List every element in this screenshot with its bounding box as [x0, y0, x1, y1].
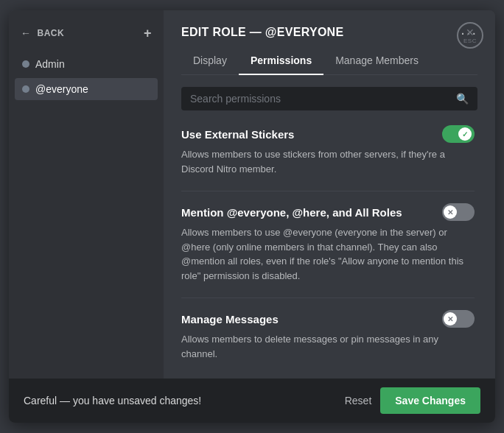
tab-permissions[interactable]: Permissions [239, 49, 323, 75]
right-panel: EDIT ROLE — @EVERYONE ··· Display Permis… [164, 10, 495, 379]
x-icon: ✕ [447, 315, 453, 323]
save-changes-button[interactable]: Save Changes [380, 387, 480, 414]
bottom-actions: Reset Save Changes [345, 387, 480, 414]
reset-button[interactable]: Reset [345, 395, 372, 406]
search-box[interactable]: 🔍 [181, 87, 477, 110]
tabs-bar: Display Permissions Manage Members [181, 49, 477, 75]
permission-description: Allows members to use stickers from othe… [181, 147, 475, 176]
sidebar: ← BACK + Admin @everyone [9, 10, 164, 379]
search-input[interactable] [190, 93, 450, 105]
divider [181, 191, 475, 191]
toggle-track[interactable]: ✓ [442, 125, 475, 143]
sidebar-item-everyone[interactable]: @everyone [15, 78, 158, 100]
permission-name: Mention @everyone, @here, and All Roles [181, 206, 402, 219]
esc-label: ESC [463, 38, 477, 44]
panel-title: EDIT ROLE — @EVERYONE [181, 26, 343, 39]
divider [181, 298, 475, 298]
back-button[interactable]: ← BACK + [15, 22, 158, 44]
back-arrow-icon: ← [21, 27, 32, 39]
toggle-manage-messages[interactable]: ✕ [442, 310, 475, 328]
check-icon: ✓ [462, 130, 468, 138]
main-content: ← BACK + Admin @everyone EDIT ROLE — @EV… [9, 10, 495, 379]
toggle-track[interactable]: ✕ [442, 310, 475, 328]
toggle-thumb: ✓ [458, 127, 472, 141]
bottom-bar: Careful — you have unsaved changes! Rese… [9, 379, 495, 423]
search-icon: 🔍 [456, 93, 469, 105]
toggle-mention-everyone[interactable]: ✕ [442, 203, 475, 221]
role-dot-everyone [22, 85, 29, 93]
permission-header: Manage Messages ✕ [181, 310, 475, 328]
sidebar-item-label: Admin [35, 58, 65, 70]
toggle-thumb: ✕ [444, 205, 457, 219]
tab-display[interactable]: Display [181, 49, 239, 75]
permission-item-mention-everyone: Mention @everyone, @here, and All Roles … [181, 203, 475, 283]
permission-description: Allows members to delete messages or pin… [181, 332, 475, 361]
close-icon: ✕ [466, 27, 475, 38]
permission-name: Manage Messages [181, 313, 279, 325]
x-icon: ✕ [447, 208, 453, 216]
toggle-track[interactable]: ✕ [442, 203, 475, 221]
panel-header: EDIT ROLE — @EVERYONE ··· [181, 25, 477, 40]
tab-manage-members[interactable]: Manage Members [323, 49, 430, 75]
permission-header: Use External Stickers ✓ [181, 125, 475, 143]
permission-description: Allows members to use @everyone (everyon… [181, 225, 475, 283]
role-dot-admin [22, 60, 29, 68]
main-window: ← BACK + Admin @everyone EDIT ROLE — @EV… [9, 10, 495, 423]
permissions-list: Use External Stickers ✓ Allows members t… [181, 125, 477, 379]
permission-item-manage-messages: Manage Messages ✕ Allows members to dele… [181, 310, 475, 361]
unsaved-changes-text: Careful — you have unsaved changes! [24, 395, 201, 406]
sidebar-item-admin[interactable]: Admin [15, 53, 158, 75]
permission-header: Mention @everyone, @here, and All Roles … [181, 203, 475, 221]
toggle-thumb: ✕ [444, 312, 457, 325]
permission-name: Use External Stickers [181, 128, 294, 141]
toggle-use-external-stickers[interactable]: ✓ [442, 125, 475, 143]
permission-item-use-external-stickers: Use External Stickers ✓ Allows members t… [181, 125, 475, 176]
back-label: BACK [38, 28, 65, 38]
sidebar-item-label: @everyone [35, 83, 88, 95]
esc-button[interactable]: ✕ ESC [457, 22, 483, 49]
add-role-button[interactable]: + [144, 27, 152, 40]
